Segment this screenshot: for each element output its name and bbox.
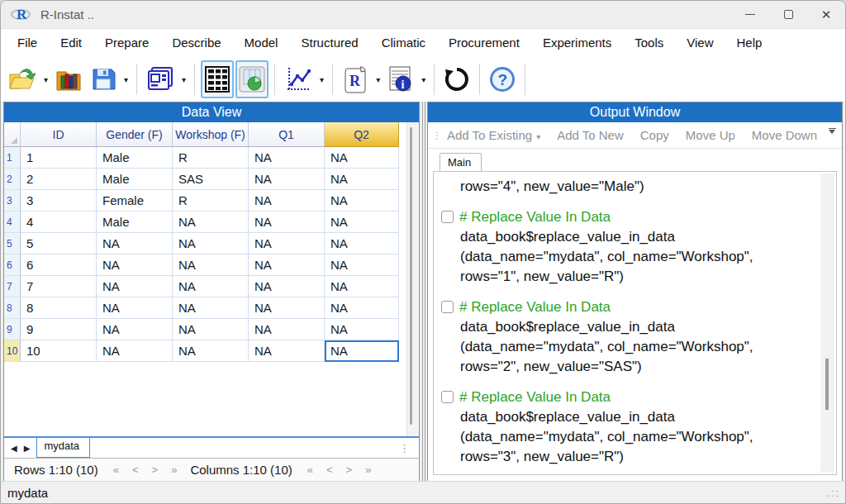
grid-cell[interactable]: NA bbox=[325, 254, 399, 276]
grid-cell[interactable]: NA bbox=[97, 319, 173, 340]
move-down-button[interactable]: Move Down bbox=[752, 128, 817, 142]
dropdown-caret-icon[interactable]: ▾ bbox=[373, 75, 383, 84]
grid-cell[interactable]: 10 bbox=[21, 340, 97, 362]
output-checkbox[interactable] bbox=[441, 211, 454, 223]
grid-cell[interactable]: NA bbox=[325, 233, 399, 254]
grid-cell[interactable]: 5 bbox=[21, 233, 97, 254]
resize-grip-icon[interactable]: .:: bbox=[826, 487, 840, 499]
grid-cell[interactable]: NA bbox=[97, 233, 173, 254]
row-header[interactable]: 7 bbox=[4, 276, 21, 297]
dropdown-caret-icon[interactable]: ▾ bbox=[121, 75, 131, 84]
menu-procurement[interactable]: Procurement bbox=[437, 29, 531, 57]
columns-first-icon[interactable]: « bbox=[307, 464, 313, 476]
grid-cell[interactable]: NA bbox=[173, 276, 249, 297]
grid-cell[interactable]: 1 bbox=[21, 147, 97, 169]
open-file-button[interactable] bbox=[5, 60, 40, 98]
row-header[interactable]: 5 bbox=[4, 233, 21, 254]
menu-prepare[interactable]: Prepare bbox=[93, 29, 160, 57]
row-header[interactable]: 3 bbox=[4, 190, 21, 212]
grid-cell[interactable]: NA bbox=[325, 169, 399, 190]
help-button[interactable]: ? bbox=[486, 60, 519, 98]
select-all-corner-cell[interactable] bbox=[4, 122, 21, 147]
grid-cell[interactable]: NA bbox=[325, 319, 399, 340]
grid-cell[interactable]: 6 bbox=[21, 254, 97, 276]
dropdown-caret-icon[interactable]: ▾ bbox=[418, 75, 429, 84]
library-button[interactable] bbox=[52, 60, 85, 98]
grid-cell[interactable]: NA bbox=[249, 254, 325, 276]
menu-file[interactable]: File bbox=[6, 29, 49, 57]
selected-cell[interactable]: NA bbox=[325, 340, 399, 362]
menu-describe[interactable]: Describe bbox=[160, 29, 232, 57]
grid-cell[interactable]: NA bbox=[249, 233, 325, 254]
grid-cell[interactable]: NA bbox=[173, 254, 249, 276]
sheet-tab-next-icon[interactable]: ▶ bbox=[24, 444, 31, 453]
output-checkbox[interactable] bbox=[441, 301, 454, 313]
dropdown-caret-icon[interactable]: ▾ bbox=[40, 75, 51, 84]
grid-cell[interactable]: NA bbox=[97, 340, 173, 362]
output-content[interactable]: rows="4", new_value="Male")# Replace Val… bbox=[440, 175, 816, 471]
grid-cell[interactable]: Female bbox=[97, 190, 173, 212]
column-header-id[interactable]: ID bbox=[21, 122, 97, 147]
grid-cell[interactable]: NA bbox=[325, 190, 399, 212]
plot-button[interactable] bbox=[281, 60, 316, 98]
grid-cell[interactable]: NA bbox=[325, 276, 399, 297]
rows-last-icon[interactable]: » bbox=[171, 464, 177, 476]
grid-cell[interactable]: NA bbox=[173, 297, 249, 319]
close-button[interactable]: ✕ bbox=[807, 1, 845, 28]
rows-previous-icon[interactable]: < bbox=[132, 464, 139, 476]
grid-cell[interactable]: NA bbox=[249, 147, 325, 169]
columns-next-icon[interactable]: > bbox=[346, 464, 353, 476]
grid-cell[interactable]: Male bbox=[97, 147, 173, 169]
dropdown-caret-icon[interactable]: ▾ bbox=[178, 75, 189, 84]
add-to-new-button[interactable]: Add To New bbox=[557, 128, 624, 142]
grid-cell[interactable]: 7 bbox=[21, 276, 97, 297]
menu-climatic[interactable]: Climatic bbox=[370, 29, 437, 57]
grid-cell[interactable]: NA bbox=[97, 254, 173, 276]
maximize-button[interactable] bbox=[769, 1, 807, 28]
grid-cell[interactable]: NA bbox=[97, 297, 173, 319]
data-grid[interactable]: IDGender (F)Workshop (F)Q1Q211MaleRNANA2… bbox=[4, 122, 406, 436]
undo-button[interactable] bbox=[440, 60, 473, 98]
rows-first-icon[interactable]: « bbox=[113, 464, 119, 476]
menu-tools[interactable]: Tools bbox=[623, 29, 675, 57]
grid-cell[interactable]: Male bbox=[97, 169, 173, 190]
tab-strip-grip-icon[interactable]: ⋮ bbox=[399, 438, 419, 458]
grid-cell[interactable]: NA bbox=[173, 233, 249, 254]
row-header[interactable]: 9 bbox=[4, 319, 21, 340]
copy-button[interactable]: Copy bbox=[640, 128, 669, 142]
grid-cell[interactable]: NA bbox=[325, 212, 399, 233]
data-grid-vertical-scrollbar[interactable] bbox=[406, 122, 419, 436]
grid-cell[interactable]: NA bbox=[249, 340, 325, 362]
menu-edit[interactable]: Edit bbox=[49, 29, 93, 57]
grid-cell[interactable]: NA bbox=[249, 276, 325, 297]
grid-cell[interactable]: NA bbox=[249, 169, 325, 190]
menu-structured[interactable]: Structured bbox=[289, 29, 369, 57]
menu-model[interactable]: Model bbox=[233, 29, 290, 57]
grid-cell[interactable]: 9 bbox=[21, 319, 97, 340]
output-vertical-scrollbar[interactable] bbox=[820, 174, 834, 473]
grid-cell[interactable]: NA bbox=[249, 319, 325, 340]
menu-experiments[interactable]: Experiments bbox=[531, 29, 623, 57]
move-up-button[interactable]: Move Up bbox=[686, 128, 735, 142]
grid-cell[interactable]: NA bbox=[173, 212, 249, 233]
row-header[interactable]: 8 bbox=[4, 297, 21, 319]
grid-cell[interactable]: NA bbox=[325, 147, 399, 169]
panel-splitter[interactable] bbox=[420, 102, 427, 482]
add-to-existing-button[interactable]: Add To Existing▾ bbox=[447, 128, 540, 142]
grid-cell[interactable]: SAS bbox=[173, 169, 249, 190]
save-button[interactable] bbox=[87, 60, 120, 98]
r-script-button[interactable]: R bbox=[339, 60, 372, 98]
column-header-workshop-f[interactable]: Workshop (F) bbox=[173, 122, 249, 147]
sheet-tab-mydata[interactable]: mydata bbox=[36, 438, 90, 458]
menu-view[interactable]: View bbox=[675, 29, 725, 57]
grid-cell[interactable]: Male bbox=[97, 212, 173, 233]
grid-cell[interactable]: 4 bbox=[21, 212, 97, 233]
grid-cell[interactable]: R bbox=[173, 147, 249, 169]
column-header-q2[interactable]: Q2 bbox=[325, 122, 399, 147]
row-header[interactable]: 4 bbox=[4, 212, 21, 233]
data-view-grid-button[interactable] bbox=[201, 60, 234, 98]
columns-previous-icon[interactable]: < bbox=[326, 464, 333, 476]
column-header-q1[interactable]: Q1 bbox=[249, 122, 325, 147]
grid-cell[interactable]: NA bbox=[173, 340, 249, 362]
toolbar-overflow-icon[interactable] bbox=[825, 128, 839, 134]
